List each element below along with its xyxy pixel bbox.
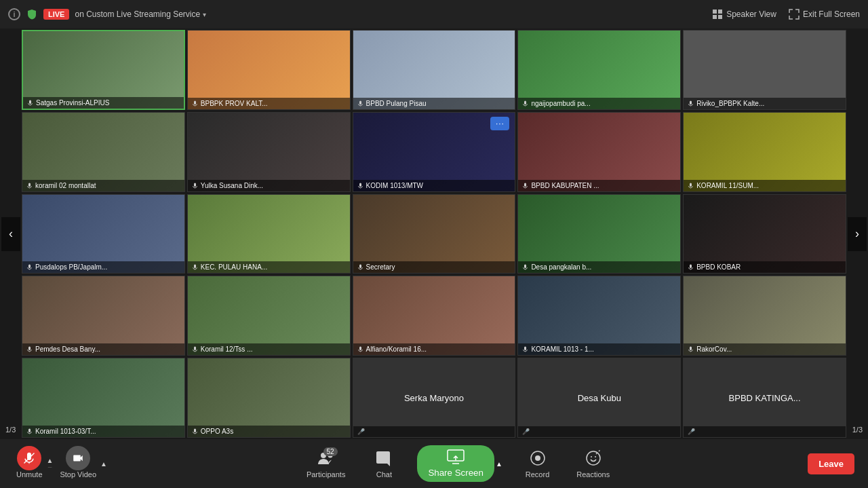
cell-label-24: 🎤 [518, 426, 680, 437]
video-cell-5[interactable]: Riviko_BPBPK Kalte... [683, 30, 846, 110]
bottom-bar-right: Leave [808, 453, 854, 474]
video-cell-12[interactable]: KEC. PULAU HANA... [187, 194, 351, 274]
cell-label-22: OPPO A3s [188, 426, 350, 437]
cell-label-12: KEC. PULAU HANA... [188, 261, 350, 273]
video-cell-16[interactable]: Pemdes Desa Bany... [22, 276, 185, 356]
cell-label-4: ngaijopambudi pa... [518, 98, 680, 109]
video-cell-10[interactable]: KORAMIL 11/SUM... [683, 112, 846, 192]
cell-label-3: BPBD Pulang Pisau [353, 98, 515, 109]
cell-label-10: KORAMIL 11/SUM... [684, 180, 846, 191]
mic-icon-8 [357, 183, 363, 189]
share-screen-icon [447, 449, 465, 466]
mic-icon-14 [522, 264, 528, 270]
unmute-label: Unmute [16, 470, 43, 478]
svg-point-12 [595, 456, 596, 457]
top-bar: i LIVE on Custom Live Streaming Service … [0, 0, 868, 29]
video-cell-20[interactable]: RakorCov... [683, 276, 846, 356]
mic-icon-15 [688, 264, 694, 270]
video-cell-17[interactable]: Koramil 12/Tss ... [187, 276, 351, 356]
mic-icon-22 [192, 428, 198, 434]
mic-icon-16 [26, 346, 33, 352]
chat-button[interactable]: Chat [367, 446, 401, 481]
bottom-bar-center: 52 Participants Chat [108, 445, 808, 482]
share-screen-button[interactable]: Share Screen [417, 445, 494, 482]
speaker-view-button[interactable]: Speaker View [712, 9, 776, 20]
record-icon [529, 449, 547, 468]
mic-muted-icon-23: 🎤 [357, 428, 365, 435]
streaming-label[interactable]: on Custom Live Streaming Service ▾ [75, 10, 206, 19]
live-badge: LIVE [43, 9, 69, 20]
cell-label-2: BPBPK PROV KALT... [188, 98, 350, 109]
video-cell-18[interactable]: Alfiano/Koramil 16... [353, 276, 516, 356]
share-screen-label: Share Screen [428, 468, 484, 478]
cell-label-6: koramil 02 montallat [22, 180, 184, 191]
cell-name-25: BPBD KATINGA... [724, 393, 806, 403]
video-grid: Satgas Provinsi-ALPIUS BPBPK PROV KALT..… [22, 30, 846, 438]
dropdown-arrow[interactable]: ▾ [203, 11, 206, 18]
cell-label-21: Koramil 1013-03/T... [22, 426, 184, 437]
video-cell-11[interactable]: Pusdalops PB/Japalm... [22, 194, 185, 274]
video-cell-3[interactable]: BPBD Pulang Pisau [353, 30, 516, 110]
mic-icon-11 [26, 264, 33, 270]
reactions-label: Reactions [576, 470, 610, 478]
video-cell-25[interactable]: BPBD KATINGA... 🎤 [683, 358, 846, 438]
cell-name-24: Desa Kubu [572, 393, 627, 403]
unmute-button[interactable]: Unmute [14, 446, 45, 481]
video-cell-14[interactable]: Desa pangkalan b... [517, 194, 681, 274]
mic-icon-7 [192, 183, 198, 189]
video-cell-9[interactable]: BPBD KABUPATEN ... [517, 112, 681, 192]
video-cell-15[interactable]: BPBD KOBAR [683, 194, 846, 274]
unmute-group: Unmute ▲ ─ [14, 446, 54, 481]
unmute-icon [17, 449, 41, 468]
video-cell-8[interactable]: ··· KODIM 1013/MTW [353, 112, 516, 192]
cell-label-23: 🎤 [353, 426, 515, 437]
mic-icon-9 [522, 183, 528, 189]
shield-icon [26, 8, 38, 20]
record-button[interactable]: Record [520, 446, 555, 481]
cell-label-14: Desa pangkalan b... [518, 261, 680, 273]
participants-count: 52 [323, 447, 338, 456]
mic-icon-6 [26, 183, 33, 189]
svg-point-11 [591, 456, 592, 457]
cell-label-15: BPBD KOBAR [684, 261, 846, 273]
video-cell-4[interactable]: ngaijopambudi pa... [517, 30, 681, 110]
mic-icon-18 [357, 346, 363, 352]
participants-button[interactable]: 52 Participants [301, 446, 351, 481]
video-cell-19[interactable]: KORAMIL 1013 - 1... [517, 276, 681, 356]
svg-rect-2 [713, 15, 717, 19]
bottom-bar-left: Unmute ▲ ─ Stop Video ▲ [14, 446, 108, 481]
share-screen-caret[interactable]: ▲ [494, 460, 504, 468]
video-cell-7[interactable]: Yulka Susana Dink... [187, 112, 351, 192]
mic-icon-20 [688, 346, 694, 352]
more-options-8[interactable]: ··· [490, 117, 509, 130]
cell-label-7: Yulka Susana Dink... [188, 180, 350, 191]
video-cell-22[interactable]: OPPO A3s [187, 358, 351, 438]
unmute-caret[interactable]: ▲ ─ [45, 457, 55, 470]
next-page-button[interactable]: › [848, 217, 867, 251]
video-cell-23[interactable]: Serka Maryono 🎤 [353, 358, 516, 438]
cell-label-20: RakorCov... [684, 343, 846, 355]
prev-page-button[interactable]: ‹ [1, 217, 20, 251]
info-icon: i [8, 8, 20, 20]
svg-rect-0 [713, 10, 717, 14]
video-cell-21[interactable]: Koramil 1013-03/T... [22, 358, 185, 438]
stop-video-button[interactable]: Stop Video [57, 446, 99, 481]
stop-video-icon [66, 449, 90, 468]
svg-point-10 [587, 451, 600, 465]
video-cell-13[interactable]: Secretary [353, 194, 516, 274]
reactions-icon [585, 449, 602, 468]
video-cell-2[interactable]: BPBPK PROV KALT... [187, 30, 351, 110]
reactions-button[interactable]: Reactions [571, 446, 615, 481]
video-cell-24[interactable]: Desa Kubu 🎤 [517, 358, 681, 438]
share-screen-group: Share Screen ▲ [417, 445, 503, 482]
video-grid-container: ‹ 1/3 Satgas Provinsi-ALPIUS BPBPK PROV … [0, 29, 868, 439]
video-cell-1[interactable]: Satgas Provinsi-ALPIUS [22, 30, 185, 110]
leave-button[interactable]: Leave [808, 453, 854, 474]
mic-icon-4 [522, 100, 528, 107]
cell-label-8: KODIM 1013/MTW [353, 180, 515, 191]
cell-label-11: Pusdalops PB/Japalm... [22, 261, 184, 273]
stop-video-caret[interactable]: ▲ [99, 460, 108, 468]
exit-fullscreen-button[interactable]: Exit Full Screen [789, 9, 860, 20]
video-cell-6[interactable]: koramil 02 montallat [22, 112, 185, 192]
cell-label-18: Alfiano/Koramil 16... [353, 343, 515, 355]
